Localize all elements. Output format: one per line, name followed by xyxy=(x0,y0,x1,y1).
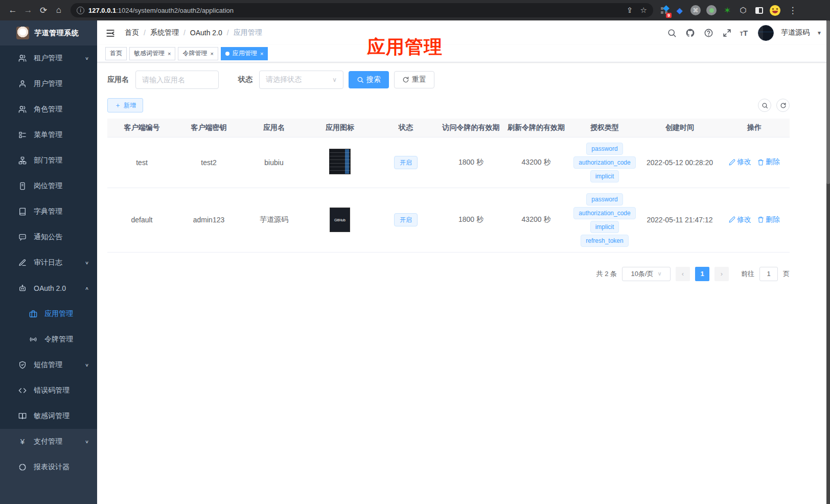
sidebar-item-OAuth 2.0[interactable]: OAuth 2.0∧ xyxy=(0,276,97,301)
app-logo[interactable]: 芋道管理系统 xyxy=(0,20,97,45)
tags-view-bar: 首页敏感词管理×令牌管理×应用管理× xyxy=(97,45,830,62)
sidebar-item-菜单管理[interactable]: 菜单管理 xyxy=(0,122,97,148)
tab-敏感词管理[interactable]: 敏感词管理× xyxy=(129,47,175,60)
column-header: 状态 xyxy=(373,119,439,137)
robot-icon xyxy=(18,284,27,292)
extension-record-icon[interactable] xyxy=(706,5,717,16)
user-name: 芋道源码 xyxy=(781,28,810,37)
sidebar-item-岗位管理[interactable]: 岗位管理 xyxy=(0,173,97,199)
edit-link[interactable]: 修改 xyxy=(729,215,751,224)
delete-link[interactable]: 删除 xyxy=(757,215,780,224)
search-button[interactable]: 搜索 xyxy=(349,71,389,88)
column-header: 授权类型 xyxy=(569,119,640,137)
sidebar-item-令牌管理[interactable]: 令牌管理 xyxy=(0,327,97,352)
add-button[interactable]: ＋新增 xyxy=(107,98,143,112)
sidebar-item-通知公告[interactable]: 通知公告 xyxy=(0,224,97,250)
extensions-puzzle-icon[interactable]: ⬡ xyxy=(737,5,749,16)
search-icon[interactable] xyxy=(666,27,678,38)
sidebar-menu: 租户管理∨用户管理角色管理菜单管理部门管理岗位管理字典管理通知公告审计日志∨OA… xyxy=(0,45,97,429)
sidebar-item-用户管理[interactable]: 用户管理 xyxy=(0,71,97,97)
breadcrumb-item[interactable]: 首页 xyxy=(125,28,139,37)
sidebar-item-租户管理[interactable]: 租户管理∨ xyxy=(0,45,97,71)
cell-app-name: biubiu xyxy=(241,137,307,188)
sidebar-bottom-menu: ¥支付管理∨报表设计器 xyxy=(0,429,97,480)
toggle-search-button[interactable] xyxy=(758,99,771,112)
window-scrollbar[interactable] xyxy=(826,20,830,504)
prev-page-button[interactable]: ‹ xyxy=(676,267,690,281)
site-info-icon[interactable]: i xyxy=(77,7,84,14)
close-icon[interactable]: × xyxy=(210,51,213,57)
page-suffix: 页 xyxy=(783,269,790,279)
browser-forward-button[interactable]: → xyxy=(20,3,36,18)
table-row: testtest2biubiu开启1800 秒43200 秒passwordau… xyxy=(107,137,790,188)
column-header: 操作 xyxy=(719,119,790,137)
sidebar-item-应用管理[interactable]: 应用管理 xyxy=(0,301,97,327)
chevron-down-icon: ∨ xyxy=(85,362,89,368)
delete-link[interactable]: 删除 xyxy=(757,157,780,167)
browser-menu-icon[interactable]: ⋮ xyxy=(785,3,800,18)
tab-令牌管理[interactable]: 令牌管理× xyxy=(178,47,218,60)
sidebar-item-角色管理[interactable]: 角色管理 xyxy=(0,97,97,122)
github-icon[interactable] xyxy=(685,27,696,38)
page-size-select[interactable]: 10条/页 ∨ xyxy=(622,267,671,281)
address-bar[interactable]: i 127.0.0.1:1024/system/oauth2/oauth2/ap… xyxy=(71,3,653,17)
edit-link[interactable]: 修改 xyxy=(729,157,751,167)
close-icon[interactable]: × xyxy=(260,51,263,57)
sidebar-item-审计日志[interactable]: 审计日志∨ xyxy=(0,250,97,276)
user-menu-caret-icon[interactable]: ▼ xyxy=(817,30,822,36)
browser-reload-button[interactable]: ⟳ xyxy=(36,3,51,18)
sidebar-item-支付管理[interactable]: ¥支付管理∨ xyxy=(0,429,97,454)
status-select[interactable]: 请选择状态 ∨ xyxy=(259,71,343,89)
yen-icon: ¥ xyxy=(18,438,27,446)
filter-form: 应用名 状态 请选择状态 ∨ 搜索 重置 xyxy=(107,71,790,89)
app-name-label: 应用名 xyxy=(107,75,129,84)
collapse-sidebar-icon[interactable] xyxy=(105,28,116,37)
extensions-row: 9 ◆ ⌘ ✶ ⬡ ⋮ xyxy=(658,3,800,18)
plus-icon: ＋ xyxy=(114,101,121,110)
profile-emoji-avatar[interactable] xyxy=(769,5,780,16)
browser-back-button[interactable]: ← xyxy=(5,3,20,18)
cell-access-token-ttl: 1800 秒 xyxy=(439,137,503,188)
next-page-button[interactable]: › xyxy=(714,267,729,281)
grant-tag: implicit xyxy=(590,221,619,233)
sidebar-item-短信管理[interactable]: 短信管理∨ xyxy=(0,352,97,378)
column-header: 创建时间 xyxy=(640,119,719,137)
refresh-table-button[interactable] xyxy=(776,99,790,112)
app-icon-thumbnail xyxy=(329,149,351,174)
help-icon[interactable] xyxy=(703,27,714,38)
app-title: 芋道管理系统 xyxy=(34,29,79,38)
sidebar-item-报表设计器[interactable]: 报表设计器 xyxy=(0,454,97,480)
extension-command-icon[interactable]: ⌘ xyxy=(690,5,701,16)
reset-button[interactable]: 重置 xyxy=(394,71,434,88)
breadcrumb-item[interactable]: 系统管理 xyxy=(150,28,179,37)
close-icon[interactable]: × xyxy=(168,51,171,57)
side-panel-icon[interactable] xyxy=(753,5,765,16)
user-avatar[interactable] xyxy=(758,25,774,41)
breadcrumb-item[interactable]: OAuth 2.0 xyxy=(190,29,222,37)
column-header: 刷新令牌的有效期 xyxy=(503,119,569,137)
cell-client-id: test xyxy=(107,137,176,188)
app-name-input[interactable] xyxy=(135,71,219,89)
fullscreen-icon[interactable] xyxy=(722,27,733,38)
extension-star-icon[interactable]: ✶ xyxy=(722,5,733,16)
tab-首页[interactable]: 首页 xyxy=(105,47,127,60)
chevron-down-icon: ∨ xyxy=(658,270,662,277)
sidebar-item-字典管理[interactable]: 字典管理 xyxy=(0,199,97,224)
top-navbar: 首页/系统管理/OAuth 2.0/应用管理 TT 芋道源码 ▼ xyxy=(97,20,830,45)
share-icon[interactable]: ⇪ xyxy=(627,6,633,15)
cell-client-secret: admin123 xyxy=(176,188,241,252)
sidebar-item-错误码管理[interactable]: 错误码管理 xyxy=(0,378,97,403)
cell-created-at: 2022-05-11 21:47:12 xyxy=(640,188,719,252)
browser-home-button[interactable]: ⌂ xyxy=(51,3,66,18)
font-size-icon[interactable]: TT xyxy=(740,29,748,37)
sidebar-item-部门管理[interactable]: 部门管理 xyxy=(0,148,97,173)
applications-table: 客户端编号客户端密钥应用名应用图标状态访问令牌的有效期刷新令牌的有效期授权类型创… xyxy=(107,119,790,253)
tab-应用管理[interactable]: 应用管理× xyxy=(221,47,268,60)
bookmark-star-icon[interactable]: ☆ xyxy=(640,6,647,15)
extension-grid-icon[interactable]: 9 xyxy=(658,5,670,16)
sidebar-item-敏感词管理[interactable]: 敏感词管理 xyxy=(0,403,97,429)
chevron-down-icon: ∨ xyxy=(85,439,89,444)
goto-page-input[interactable] xyxy=(759,267,778,281)
extension-gem-icon[interactable]: ◆ xyxy=(674,5,685,16)
current-page-button[interactable]: 1 xyxy=(695,267,709,281)
